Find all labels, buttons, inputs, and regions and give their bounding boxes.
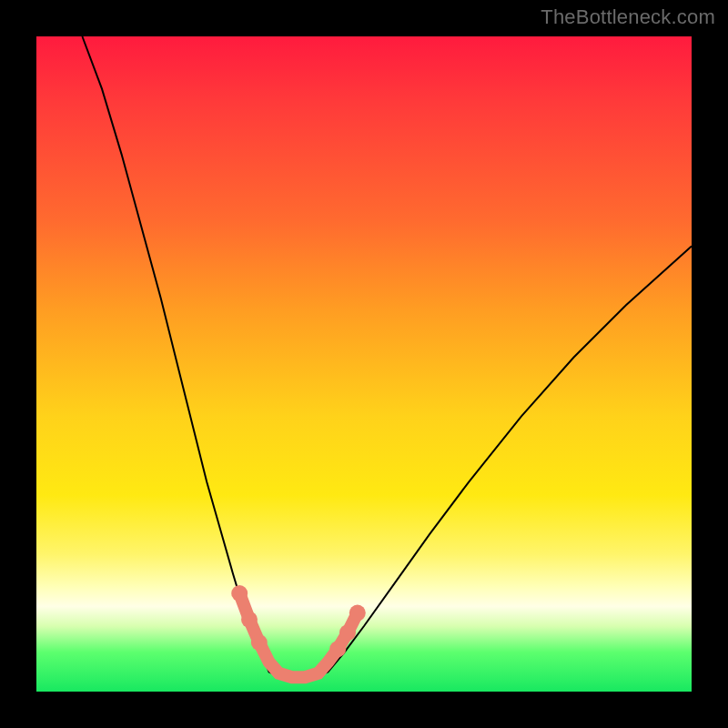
valley-node (339, 624, 356, 641)
plot-area (36, 36, 692, 692)
valley-node (251, 634, 268, 651)
valley-node (329, 641, 346, 657)
valley-node (349, 605, 366, 622)
valley-node (231, 585, 248, 602)
bottleneck-curve (82, 36, 692, 678)
watermark-text: TheBottleneck.com (541, 5, 715, 29)
valley-node (241, 612, 258, 628)
chart-frame: TheBottleneck.com (0, 0, 728, 728)
curve-svg-2 (36, 36, 692, 692)
